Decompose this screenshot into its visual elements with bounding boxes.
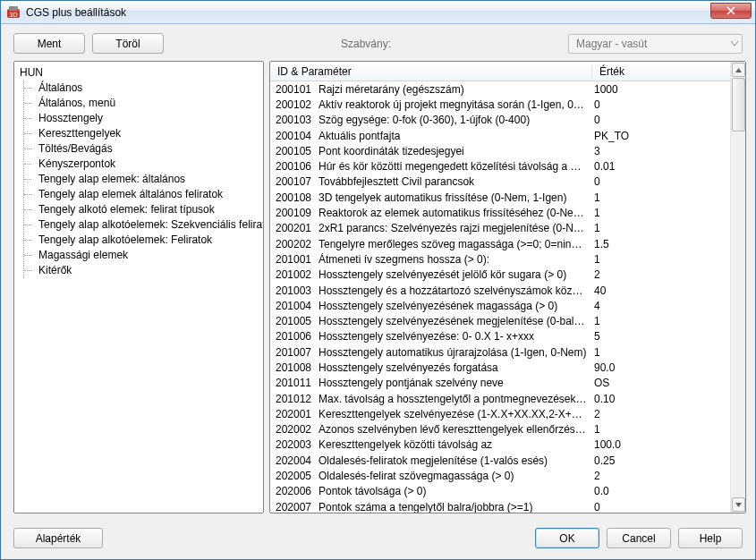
cell-value[interactable]: 0 [587, 501, 730, 513]
table-row[interactable]: 201005Hossztengely szelvényezésének megj… [270, 313, 730, 328]
tree-item[interactable]: Kereszttengelyek [33, 126, 258, 141]
scroll-down-button[interactable] [732, 497, 745, 512]
cell-value[interactable]: 1 [587, 315, 730, 327]
cell-value[interactable]: 90.0 [587, 361, 730, 374]
scroll-up-button[interactable] [732, 63, 745, 77]
cell-param: Húr és kör közötti megengedett közelítés… [317, 160, 587, 173]
cell-value[interactable]: 0 [587, 98, 730, 111]
help-button[interactable]: Help [678, 528, 743, 548]
cell-value[interactable]: 1 [587, 423, 730, 436]
cell-value[interactable]: 2 [587, 470, 730, 482]
cell-id: 200201 [270, 222, 317, 234]
cell-param: Kereszttengelyek közötti távolság az [317, 438, 587, 451]
table-row[interactable]: 201012Max. távolság a hossztengelytől a … [270, 391, 730, 406]
cell-id: 201003 [270, 284, 317, 297]
table-row[interactable]: 2002012xR1 parancs: Szelvényezés rajzi m… [270, 221, 730, 236]
table-row[interactable]: 201006Hossztengely szelvényezése: 0- 0.X… [270, 329, 730, 344]
table-row[interactable]: 200106Húr és kör közötti megengedett köz… [270, 158, 730, 174]
table-row[interactable]: 202003Kereszttengelyek közötti távolság … [270, 437, 730, 453]
cell-value[interactable]: 2 [587, 268, 730, 281]
defaults-button[interactable]: Alapérték [13, 528, 103, 548]
cell-value[interactable]: 100.0 [587, 438, 730, 451]
cell-param: Oldalesés-feliratok megjelenítése (1-val… [317, 454, 587, 467]
tree-root-label[interactable]: HUN [20, 65, 258, 81]
table-row[interactable]: 202004Oldalesés-feliratok megjelenítése … [270, 453, 730, 468]
tree-item[interactable]: Tengely alap alkotóelemek: Szekvenciális… [33, 217, 258, 233]
table-row[interactable]: 200107Továbbfejlesztett Civil parancsok0 [270, 174, 730, 190]
cell-value[interactable]: 0.0 [587, 485, 730, 497]
cell-value[interactable]: 1 [587, 222, 730, 234]
tree-item[interactable]: Hossztengely [33, 111, 258, 126]
ok-button[interactable]: OK [535, 528, 599, 548]
scroll-thumb[interactable] [732, 78, 745, 132]
cancel-button[interactable]: Cancel [607, 528, 671, 548]
table-row[interactable]: 201011Hossztengely pontjának szelvény ne… [270, 376, 730, 391]
delete-button[interactable]: Töröl [92, 33, 164, 54]
table-row[interactable]: 202006Pontok távolsága (> 0)0.0 [270, 484, 730, 499]
cell-value[interactable]: 0.25 [587, 454, 730, 467]
cell-value[interactable]: 1.5 [587, 238, 730, 250]
cell-param: Aktív reaktorok új projekt megnyitása so… [317, 98, 587, 111]
table-row[interactable]: 202002Azonos szelvényben lévő keresztten… [270, 422, 730, 437]
cell-value[interactable]: 1 [587, 191, 730, 204]
vertical-scrollbar[interactable] [730, 62, 745, 513]
close-button[interactable] [710, 3, 752, 19]
cell-value[interactable]: 4 [587, 300, 730, 312]
standard-combo[interactable]: Magyar - vasút [568, 34, 743, 54]
table-row[interactable]: 200202Tengelyre merőleges szöveg magassá… [270, 236, 730, 251]
cell-value[interactable]: 0 [587, 175, 730, 188]
table-row[interactable]: 200109Reaktorok az elemek automatikus fr… [270, 205, 730, 220]
cell-param: Aktuális pontfajta [317, 130, 587, 142]
scroll-track[interactable] [732, 78, 745, 496]
cell-value[interactable]: 40 [587, 284, 730, 297]
top-toolbar: Ment Töröl Szabvány: Magyar - vasút [1, 24, 755, 61]
cell-value[interactable]: 0 [587, 114, 730, 126]
tree-item[interactable]: Általános, menü [33, 96, 258, 111]
table-row[interactable]: 201003Hossztengely és a hozzátartozó sze… [270, 283, 730, 298]
cell-value[interactable]: 3 [587, 145, 730, 157]
table-row[interactable]: 201007Hossztengely automatikus újrarajzo… [270, 344, 730, 360]
cell-id: 200103 [270, 114, 317, 126]
table-row[interactable]: 202007Pontok száma a tengelytől balra/jo… [270, 499, 730, 513]
table-row[interactable]: 200103Szög egysége: 0-fok (0-360), 1-újf… [270, 113, 730, 128]
table-row[interactable]: 2001083D tengelyek automatikus frissítés… [270, 190, 730, 205]
tree-item[interactable]: Kitérők [33, 263, 258, 278]
tree-item[interactable]: Magassági elemek [33, 248, 258, 263]
cell-value[interactable]: 0.10 [587, 393, 730, 405]
save-button[interactable]: Ment [13, 33, 85, 54]
grid-header-id[interactable]: ID & Paraméter [270, 65, 592, 78]
tree-item[interactable]: Általános [33, 81, 258, 96]
table-row[interactable]: 200104Aktuális pontfajtaPK_TO [270, 128, 730, 143]
cell-param: Átmeneti ív szegmens hossza (> 0): [317, 253, 587, 266]
tree-item[interactable]: Tengely alap elemek általános feliratok [33, 187, 258, 202]
table-row[interactable]: 201004Hossztengely szelvényezésének maga… [270, 298, 730, 313]
table-row[interactable]: 200105Pont koordináták tizedesjegyei3 [270, 143, 730, 158]
table-row[interactable]: 200102Aktív reaktorok új projekt megnyit… [270, 97, 730, 112]
table-row[interactable]: 200101Rajzi méretarány (egészszám)1000 [270, 81, 730, 97]
cell-value[interactable]: 1 [587, 253, 730, 266]
tree-item[interactable]: Töltés/Bevágás [33, 141, 258, 157]
cell-value[interactable]: 0.01 [587, 160, 730, 173]
cell-value[interactable]: PK_TO [587, 130, 730, 142]
table-row[interactable]: 201008Hossztengely szelvényezés forgatás… [270, 360, 730, 375]
tree-panel: HUN ÁltalánosÁltalános, menüHossztengely… [13, 61, 264, 513]
cell-value[interactable]: 1000 [587, 83, 730, 96]
tree-item[interactable]: Tengely alkotó elemek: felirat típusok [33, 202, 258, 217]
table-row[interactable]: 201001Átmeneti ív szegmens hossza (> 0):… [270, 251, 730, 267]
cell-value[interactable]: 1 [587, 346, 730, 359]
tree-item[interactable]: Kényszerpontok [33, 157, 258, 172]
cell-value[interactable]: 1 [587, 207, 730, 219]
cell-param: Pont koordináták tizedesjegyei [317, 145, 587, 157]
cell-value[interactable]: 2 [587, 408, 730, 420]
tree-item[interactable]: Tengely alap alkotóelemek: Feliratok [33, 233, 258, 248]
ok-button-label: OK [559, 532, 574, 545]
cell-param: 3D tengelyek automatikus frissítése (0-N… [317, 191, 587, 204]
table-row[interactable]: 202001Kereszttengelyek szelvényezése (1-… [270, 406, 730, 421]
tree-item[interactable]: Tengely alap elemek: általános [33, 172, 258, 187]
table-row[interactable]: 201002Hossztengely szelvényezését jelölő… [270, 267, 730, 283]
cell-value[interactable]: 5 [587, 330, 730, 343]
table-row[interactable]: 202005Oldalesés-felirat szövegmagassága … [270, 468, 730, 483]
cell-param: Továbbfejlesztett Civil parancsok [317, 175, 587, 188]
grid-header-value[interactable]: Érték [592, 65, 730, 78]
cell-value[interactable]: OS [587, 377, 730, 389]
